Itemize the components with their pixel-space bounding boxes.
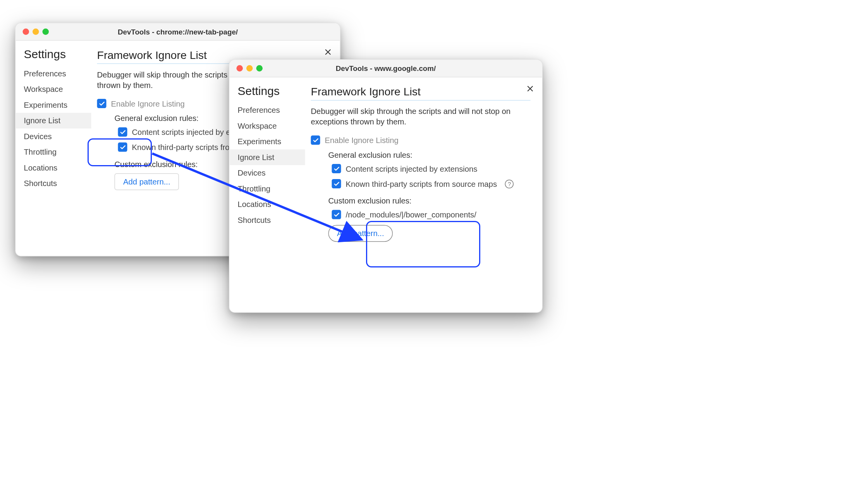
sidebar-item-workspace[interactable]: Workspace	[230, 118, 305, 134]
window-title: DevTools - www.google.com/	[230, 64, 542, 72]
enable-ignore-listing-label: Enable Ignore Listing	[325, 136, 399, 145]
rule-third-party[interactable]: Known third-party scripts from source ma…	[332, 179, 531, 189]
sidebar-item-shortcuts[interactable]: Shortcuts	[16, 176, 91, 191]
add-pattern-button[interactable]: Add pattern...	[328, 225, 393, 242]
sidebar-item-throttling[interactable]: Throttling	[16, 144, 91, 160]
checkbox-icon	[118, 143, 127, 152]
close-dot-icon[interactable]	[23, 29, 29, 35]
minimize-dot-icon[interactable]	[246, 65, 253, 72]
titlebar: DevTools - chrome://new-tab-page/	[16, 23, 340, 41]
rule-label: Content scripts injected by e	[132, 128, 230, 137]
minimize-dot-icon[interactable]	[33, 29, 39, 35]
sidebar-item-preferences[interactable]: Preferences	[230, 102, 305, 118]
pane-title: Framework Ignore List	[311, 86, 531, 101]
sidebar-item-preferences[interactable]: Preferences	[16, 66, 91, 82]
enable-ignore-listing-row[interactable]: Enable Ignore Listing	[311, 136, 531, 145]
custom-rules-heading: Custom exclusion rules:	[328, 197, 531, 206]
settings-sidebar: Settings Preferences Workspace Experimen…	[16, 41, 91, 256]
settings-body: Settings Preferences Workspace Experimen…	[230, 78, 542, 312]
maximize-dot-icon[interactable]	[256, 65, 263, 72]
custom-rule-row[interactable]: /node_modules/|/bower_components/	[332, 210, 531, 219]
checkbox-icon	[332, 210, 341, 219]
sidebar-item-workspace[interactable]: Workspace	[16, 81, 91, 97]
general-rules-heading: General exclusion rules:	[328, 151, 531, 160]
maximize-dot-icon[interactable]	[43, 29, 49, 35]
titlebar: DevTools - www.google.com/	[230, 60, 542, 78]
sidebar-item-experiments[interactable]: Experiments	[16, 97, 91, 113]
settings-content: Framework Ignore List Debugger will skip…	[305, 78, 542, 312]
close-settings-button[interactable]	[321, 45, 334, 58]
close-icon	[526, 84, 535, 93]
settings-heading: Settings	[16, 48, 91, 66]
settings-heading: Settings	[230, 84, 305, 103]
add-pattern-button[interactable]: Add pattern...	[115, 174, 179, 191]
sidebar-item-ignore-list[interactable]: Ignore List	[230, 150, 305, 166]
checkbox-icon	[97, 99, 107, 109]
close-dot-icon[interactable]	[237, 65, 243, 72]
traffic-lights	[230, 65, 263, 72]
traffic-lights	[16, 29, 49, 35]
checkbox-icon	[118, 128, 127, 137]
checkbox-icon	[311, 136, 320, 145]
close-settings-button[interactable]	[524, 82, 536, 95]
pane-description: Debugger will skip through the scripts a…	[311, 107, 531, 128]
rule-label: Content scripts injected by extensions	[346, 164, 478, 173]
close-icon	[323, 47, 332, 56]
help-icon[interactable]: ?	[505, 179, 514, 188]
sidebar-item-devices[interactable]: Devices	[230, 165, 305, 181]
sidebar-item-devices[interactable]: Devices	[16, 129, 91, 145]
sidebar-item-locations[interactable]: Locations	[16, 160, 91, 176]
sidebar-item-throttling[interactable]: Throttling	[230, 181, 305, 197]
rule-label: Known third-party scripts from source ma…	[346, 179, 497, 188]
checkbox-icon	[332, 179, 341, 189]
sidebar-item-experiments[interactable]: Experiments	[230, 134, 305, 150]
settings-sidebar: Settings Preferences Workspace Experimen…	[230, 78, 305, 312]
enable-ignore-listing-label: Enable Ignore Listing	[111, 99, 185, 108]
sidebar-item-locations[interactable]: Locations	[230, 197, 305, 212]
custom-rule-pattern: /node_modules/|/bower_components/	[346, 210, 476, 219]
sidebar-item-shortcuts[interactable]: Shortcuts	[230, 212, 305, 228]
window-title: DevTools - chrome://new-tab-page/	[16, 28, 340, 36]
devtools-window-2: DevTools - www.google.com/ Settings Pref…	[229, 59, 543, 313]
checkbox-icon	[332, 164, 341, 174]
rule-label: Known third-party scripts fro	[132, 143, 230, 152]
sidebar-item-ignore-list[interactable]: Ignore List	[16, 113, 91, 129]
rule-content-scripts[interactable]: Content scripts injected by extensions	[332, 164, 531, 174]
